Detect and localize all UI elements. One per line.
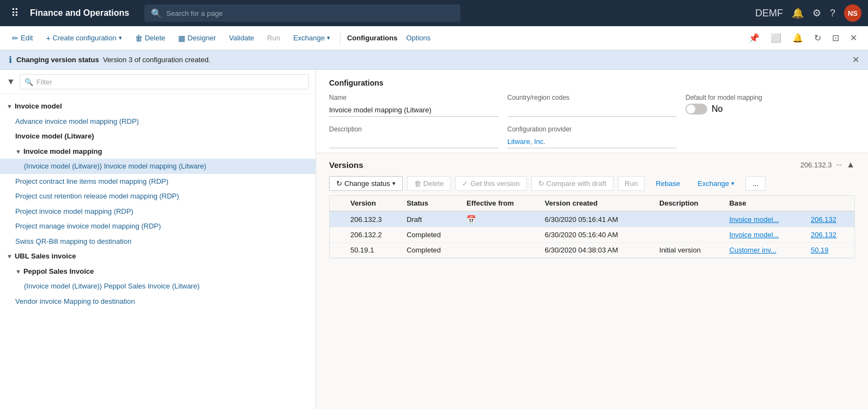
tree-item[interactable]: (Invoice model (Litware)) Peppol Sales I… xyxy=(0,279,315,294)
default-mapping-toggle[interactable] xyxy=(685,104,707,115)
change-status-dropdown-icon: ▾ xyxy=(392,180,396,187)
rebase-button[interactable]: Rebase xyxy=(649,177,687,190)
versions-exchange-button[interactable]: Exchange ▾ xyxy=(691,177,741,190)
designer-button[interactable]: ▦ Designer xyxy=(173,32,221,45)
versions-delete-button[interactable]: 🗑 Delete xyxy=(407,176,451,191)
tree-item-label: Project manage invoice model mapping (RD… xyxy=(15,222,161,230)
toolbar: ✏ Edit + Create configuration 🗑 Delete ▦… xyxy=(0,26,868,50)
default-mapping-label: Default for model mapping xyxy=(685,94,855,101)
tree-item[interactable]: ▼ UBL Sales invoice xyxy=(0,249,315,264)
col-base2 xyxy=(806,196,854,211)
calendar-icon[interactable]: 📅 xyxy=(466,215,476,224)
tree-item[interactable]: Project cust retention release model map… xyxy=(0,189,315,204)
tree-item[interactable]: Vendor invoice Mapping to destination xyxy=(0,294,315,309)
tree-item-label: Swiss QR-Bill mapping to destination xyxy=(15,237,131,245)
restore-icon[interactable]: ⊡ xyxy=(828,31,843,45)
table-header-row: Version Status Effective from Version cr… xyxy=(330,196,854,211)
edit-button[interactable]: ✏ Edit xyxy=(7,32,38,45)
col-effective-from: Effective from xyxy=(462,196,540,211)
create-configuration-button[interactable]: + Create configuration xyxy=(40,32,127,45)
refresh-icon[interactable]: ↻ xyxy=(810,31,825,45)
tree-item-label: Project contract line items model mappin… xyxy=(15,177,168,185)
pin-icon[interactable]: 📌 xyxy=(744,31,764,45)
tree-item[interactable]: Swiss QR-Bill mapping to destination xyxy=(0,234,315,249)
config-section-title: Configurations xyxy=(329,79,855,87)
versions-table-wrapper: Version Status Effective from Version cr… xyxy=(329,195,855,258)
provider-link[interactable]: Litware, Inc. xyxy=(507,137,545,146)
col-status: Status xyxy=(402,196,462,211)
exchange-dropdown-icon: ▾ xyxy=(731,180,735,187)
top-nav: ⠿ Finance and Operations 🔍 DEMF 🔔 ⚙ ? NS xyxy=(0,0,868,26)
cell-description: Initial version xyxy=(655,243,725,258)
search-bar[interactable]: 🔍 xyxy=(144,4,460,22)
search-input[interactable] xyxy=(166,9,454,17)
table-row[interactable]: 206.132.3Draft📅6/30/2020 05:16:41 AMInvo… xyxy=(330,211,854,227)
delete-button[interactable]: 🗑 Delete xyxy=(130,32,171,45)
versions-table: Version Status Effective from Version cr… xyxy=(330,196,854,258)
default-mapping-value: No xyxy=(712,104,723,114)
table-row[interactable]: 50.19.1Completed6/30/2020 04:38:03 AMIni… xyxy=(330,243,854,258)
base2-link[interactable]: 206.132 xyxy=(811,231,836,239)
user-avatar[interactable]: NS xyxy=(844,4,861,22)
base-link[interactable]: Customer inv... xyxy=(729,246,776,254)
info-close-button[interactable]: ✕ xyxy=(852,55,859,65)
tree-item[interactable]: ▼ Invoice model mapping xyxy=(0,144,315,159)
help-icon[interactable]: ? xyxy=(830,8,835,19)
more-options-button[interactable]: ... xyxy=(745,176,766,191)
tree-item[interactable]: Advance invoice model mapping (RDP) xyxy=(0,114,315,129)
notification-icon[interactable]: 🔔 xyxy=(792,7,804,19)
country-value xyxy=(507,104,677,117)
close-toolbar-icon[interactable]: ✕ xyxy=(846,31,861,45)
chevron-icon: ▼ xyxy=(15,267,21,276)
versions-run-button[interactable]: Run xyxy=(618,176,645,191)
description-field-group: Description xyxy=(329,125,499,148)
info-icon: ℹ xyxy=(9,55,12,65)
expand-icon[interactable]: ⬜ xyxy=(766,31,786,45)
tree-item[interactable]: ▼ Peppol Sales Invoice xyxy=(0,264,315,279)
base2-link[interactable]: 50.19 xyxy=(811,246,829,254)
tree-item[interactable]: Project invoice model mapping (RDP) xyxy=(0,204,315,219)
apps-grid-icon[interactable]: ⠿ xyxy=(7,4,23,22)
col-r xyxy=(330,196,346,211)
chevron-icon: ▼ xyxy=(15,147,21,157)
filter-input-wrapper[interactable]: 🔍 xyxy=(20,74,309,89)
settings-icon[interactable]: ⚙ xyxy=(812,7,821,19)
left-panel-toolbar: ▼ 🔍 xyxy=(0,70,315,94)
validate-button[interactable]: Validate xyxy=(223,32,259,44)
tree-item[interactable]: ▼ Invoice model xyxy=(0,99,315,114)
col-base: Base xyxy=(725,196,806,211)
tree-item[interactable]: (Invoice model (Litware)) Invoice model … xyxy=(0,159,315,174)
base-link[interactable]: Invoice model... xyxy=(729,215,779,224)
versions-section: Versions 206.132.3 -- ▲ ↻ Change status … xyxy=(316,153,868,409)
col-version-created: Version created xyxy=(541,196,655,211)
notification-count-icon[interactable]: 🔔 xyxy=(788,31,808,45)
cell-status: Completed xyxy=(402,243,462,258)
company-label: DEMF xyxy=(755,8,783,19)
base-link[interactable]: Invoice model... xyxy=(729,231,779,239)
filter-icon[interactable]: ▼ xyxy=(7,77,15,87)
get-this-version-button[interactable]: ✓ Get this version xyxy=(455,176,526,191)
cell-base: Invoice model... xyxy=(725,227,806,243)
run-button[interactable]: Run xyxy=(262,32,286,44)
country-label: Country/region codes xyxy=(507,94,677,101)
tree-item-label: Advance invoice model mapping (RDP) xyxy=(15,117,139,125)
provider-value: Litware, Inc. xyxy=(507,135,677,148)
cell-status: Draft xyxy=(402,211,462,227)
cell-version: 206.132.3 xyxy=(346,211,402,227)
tree-item-label: Project invoice model mapping (RDP) xyxy=(15,207,133,215)
tree-item[interactable]: Project manage invoice model mapping (RD… xyxy=(0,219,315,234)
tree-item[interactable]: Invoice model (Litware) xyxy=(0,129,315,144)
options-label: Options xyxy=(406,34,430,42)
change-status-button[interactable]: ↻ Change status ▾ xyxy=(329,176,403,191)
tree-item[interactable]: Project contract line items model mappin… xyxy=(0,174,315,189)
exchange-button[interactable]: Exchange xyxy=(288,32,336,44)
base2-link[interactable]: 206.132 xyxy=(811,215,836,224)
config-fields: Name Invoice model mapping (Litware) Cou… xyxy=(329,94,855,148)
description-label: Description xyxy=(329,125,499,133)
search-icon: 🔍 xyxy=(151,8,162,19)
filter-input[interactable] xyxy=(37,78,304,86)
table-row[interactable]: 206.132.2Completed6/30/2020 05:16:40 AMI… xyxy=(330,227,854,243)
compare-with-draft-button[interactable]: ↻ Compare with draft xyxy=(531,176,614,191)
versions-collapse-icon[interactable]: ▲ xyxy=(846,160,855,170)
toggle-knob xyxy=(687,105,695,113)
